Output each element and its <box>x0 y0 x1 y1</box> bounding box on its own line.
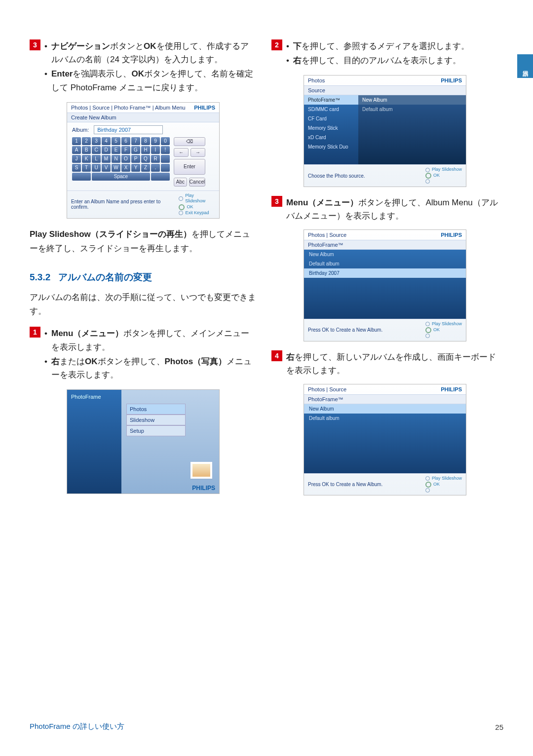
brand-logo: PHILIPS <box>194 105 215 111</box>
figure-keypad: Photos | Source | Photo Frame™ | Album M… <box>67 102 220 219</box>
figure-album-list-2: Photos | Source PHILIPS PhotoFrame™ New … <box>304 384 466 495</box>
hint-text: Enter an Album Name and press enter to c… <box>71 199 179 210</box>
step-4: 4 右を押して、新しいアルバムを作成し、画面キーボードを表示します。 <box>271 350 498 377</box>
brand-logo: PHILIPS <box>441 232 462 238</box>
right-column: 2 • 下を押して、参照するメディアを選択します。 • 右を押して、目的のアルバ… <box>271 39 498 504</box>
figure-main-menu: PhotoFrame Photos Slideshow Setup PHILIP… <box>67 389 220 494</box>
right-arrow-key[interactable]: → <box>190 148 205 157</box>
step-2: 2 • 下を押して、参照するメディアを選択します。 • 右を押して、目的のアルバ… <box>271 39 498 68</box>
backspace-key[interactable]: ⌫ <box>174 137 205 146</box>
brand-logo: PHILIPS <box>192 485 215 491</box>
hint-text: Choose the Photo source. <box>308 173 365 179</box>
hint-text: Press OK to Create a New Album. <box>308 327 382 333</box>
step-number-1: 1 <box>30 327 40 338</box>
breadcrumb: Photos | Source <box>308 386 346 392</box>
button-hints: Play Slideshow OK Exit Keypad <box>179 193 215 216</box>
abc-key[interactable]: Abc <box>174 178 187 187</box>
brand-logo: PHILIPS <box>441 386 462 392</box>
main-menu-title: PhotoFrame <box>67 390 121 493</box>
left-column: 3 • ナビゲーションボタンとOKを使用して、作成するアルバムの名前（24 文字… <box>30 39 257 504</box>
side-tab: 日本語 <box>517 54 533 78</box>
menu-slideshow[interactable]: Slideshow <box>126 415 186 425</box>
cancel-key[interactable]: Cancel <box>189 178 205 187</box>
step-3-right: 3 Menu（メニュー）ボタンを押して、Album Menu（アルバムメニュー）… <box>271 196 498 223</box>
album-list[interactable]: New Album Default album Birthday 2007 <box>304 250 466 319</box>
enter-key[interactable]: Enter <box>174 159 205 175</box>
footer-section-title: PhotoFrame の詳しい使い方 <box>30 722 124 731</box>
step-1: 1 • Menu（メニュー）ボタンを押して、メインメニューを表示します。 • 右… <box>30 327 257 382</box>
thumbnail-image <box>190 462 212 479</box>
album-sublist[interactable]: New Album Default album <box>358 95 466 164</box>
button-hints: Play Slideshow OK <box>425 167 462 184</box>
breadcrumb: Photos <box>308 77 325 83</box>
step-number-3: 3 <box>30 39 40 50</box>
left-arrow-key[interactable]: ← <box>174 148 189 157</box>
breadcrumb: Photos | Source | Photo Frame™ | Album M… <box>71 105 186 111</box>
figure-title: Create New Album <box>67 113 219 122</box>
menu-photos[interactable]: Photos <box>126 404 186 415</box>
step-number-2: 2 <box>271 39 282 50</box>
intro-paragraph: アルバムの名前は、次の手順に従って、いつでも変更できます。 <box>30 291 257 319</box>
breadcrumb: Photos | Source <box>308 232 346 238</box>
main-menu-list[interactable]: Photos Slideshow Setup <box>126 404 186 436</box>
page-number: 25 <box>495 723 503 731</box>
button-hints: Play Slideshow OK <box>425 476 462 493</box>
section-heading: 5.3.2 アルバムの名前の変更 <box>30 271 257 284</box>
figure-album-list: Photos | Source PHILIPS PhotoFrame™ New … <box>304 229 466 341</box>
step-number-4: 4 <box>271 350 282 361</box>
onscreen-keyboard[interactable]: 1234567890 ABCDEFGHI! JKLMNOPQR STUVWXYZ… <box>72 137 170 187</box>
brand-logo: PHILIPS <box>441 77 462 83</box>
hint-text: Press OK to Create a New Album. <box>308 482 382 487</box>
figure-source: Photos PHILIPS Source PhotoFrame™ SD/MMC… <box>304 75 466 187</box>
button-hints: Play Slideshow OK <box>425 321 462 339</box>
play-slideshow-paragraph: Play Slideshow（スライドショーの再生）を押してメニューを終了し、ス… <box>30 227 257 256</box>
source-list[interactable]: PhotoFrame™ SD/MMC card CF Card Memory S… <box>304 95 358 164</box>
album-name-input[interactable]: Birthday 2007 <box>94 125 163 134</box>
menu-setup[interactable]: Setup <box>126 425 186 436</box>
album-list[interactable]: New Album Default album <box>304 404 466 473</box>
step-3-left: 3 • ナビゲーションボタンとOKを使用して、作成するアルバムの名前（24 文字… <box>30 39 257 95</box>
step-number-3: 3 <box>271 196 282 207</box>
